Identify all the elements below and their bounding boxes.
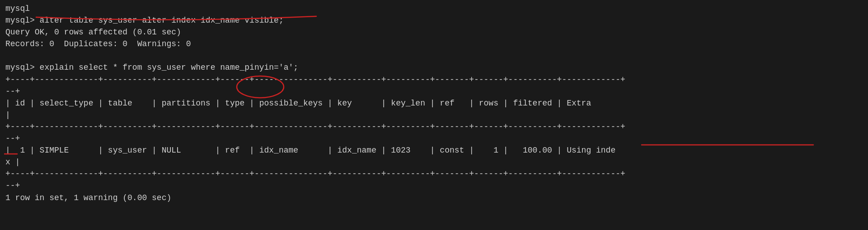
line-mysql-prefix: mysql	[5, 3, 863, 14]
explain-command-line: mysql> explain select * from sys_user wh…	[5, 62, 863, 73]
data-row-cont: x |	[5, 156, 863, 168]
terminal: mysql mysql> alter table sys_user alter …	[0, 0, 868, 230]
separator-mid-cont: --+	[5, 133, 863, 144]
separator-mid-line: +----+-------------+----------+---------…	[5, 121, 863, 133]
blank-line-1	[5, 50, 863, 62]
separator-top-line: +----+-------------+----------+---------…	[5, 74, 863, 86]
data-row-line: | 1 | SIMPLE | sys_user | NULL | ref | i…	[5, 144, 863, 156]
alter-command-line: mysql> alter table sys_user alter index …	[5, 14, 863, 26]
separator-bot-line: +----+-------------+----------+---------…	[5, 168, 863, 180]
separator-bot-cont: --+	[5, 180, 863, 192]
query-ok-line: Query OK, 0 rows affected (0.01 sec)	[5, 26, 863, 38]
alter-command-text: mysql> alter table sys_user alter index …	[5, 14, 863, 26]
header-row-cont: |	[5, 109, 863, 121]
result-line: 1 row in set, 1 warning (0.00 sec)	[5, 192, 863, 204]
header-row-line: | id | select_type | table | partitions …	[5, 97, 863, 109]
separator-top-cont: --+	[5, 86, 863, 97]
blank-line-2	[5, 204, 863, 216]
records-line: Records: 0 Duplicates: 0 Warnings: 0	[5, 38, 863, 50]
